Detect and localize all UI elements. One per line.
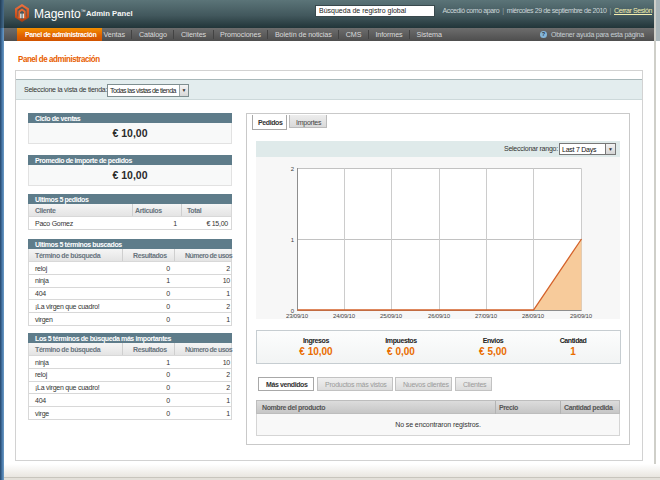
svg-text:26/09/10: 26/09/10 — [428, 313, 451, 319]
svg-text:29/09/10: 29/09/10 — [570, 313, 593, 319]
svg-text:24/09/10: 24/09/10 — [333, 313, 356, 319]
svg-text:23/09/10: 23/09/10 — [286, 313, 309, 319]
svg-text:25/09/10: 25/09/10 — [380, 313, 403, 319]
svg-text:28/09/10: 28/09/10 — [522, 313, 545, 319]
svg-text:27/09/10: 27/09/10 — [475, 313, 498, 319]
